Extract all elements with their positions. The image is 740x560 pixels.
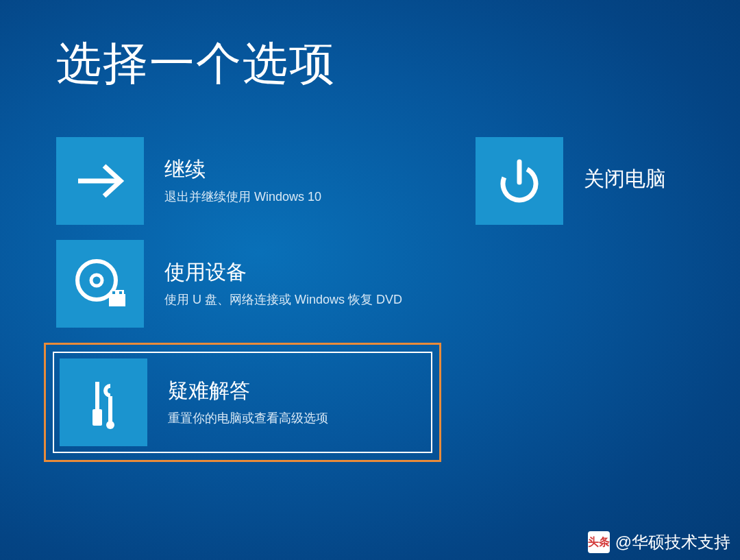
svg-point-2 xyxy=(91,275,102,286)
option-use-device-desc: 使用 U 盘、网络连接或 Windows 恢复 DVD xyxy=(164,291,402,308)
option-shutdown-text: 关闭电脑 xyxy=(563,165,666,197)
svg-rect-8 xyxy=(92,409,102,426)
watermark-handle: @华硕技术支持 xyxy=(615,531,730,553)
watermark: 头条 @华硕技术支持 xyxy=(588,531,730,553)
svg-rect-5 xyxy=(112,291,115,294)
screen-title: 选择一个选项 xyxy=(0,0,740,95)
svg-point-1 xyxy=(77,261,116,300)
svg-rect-6 xyxy=(119,291,122,294)
svg-rect-7 xyxy=(95,382,99,409)
option-continue-text: 继续 退出并继续使用 Windows 10 xyxy=(144,156,321,206)
options-container: 继续 退出并继续使用 Windows 10 使用设备 使用 U 盘、网络连接或 … xyxy=(0,95,740,462)
tools-icon xyxy=(60,358,147,446)
option-continue-desc: 退出并继续使用 Windows 10 xyxy=(164,188,321,206)
option-use-device[interactable]: 使用设备 使用 U 盘、网络连接或 Windows 恢复 DVD xyxy=(56,240,422,328)
option-troubleshoot-highlight: 疑难解答 重置你的电脑或查看高级选项 xyxy=(44,343,441,462)
option-troubleshoot-text: 疑难解答 重置你的电脑或查看高级选项 xyxy=(147,377,328,427)
arrow-right-icon xyxy=(56,137,144,225)
options-column-left: 继续 退出并继续使用 Windows 10 使用设备 使用 U 盘、网络连接或 … xyxy=(56,137,441,462)
option-shutdown-title: 关闭电脑 xyxy=(584,165,666,193)
disc-usb-icon xyxy=(56,240,144,328)
svg-point-10 xyxy=(106,421,114,429)
option-shutdown[interactable]: 关闭电脑 xyxy=(476,137,722,225)
watermark-logo-icon: 头条 xyxy=(588,531,610,553)
option-troubleshoot-desc: 重置你的电脑或查看高级选项 xyxy=(168,409,328,427)
option-use-device-text: 使用设备 使用 U 盘、网络连接或 Windows 恢复 DVD xyxy=(144,258,402,308)
svg-rect-9 xyxy=(108,396,112,422)
option-continue[interactable]: 继续 退出并继续使用 Windows 10 xyxy=(56,137,422,225)
options-column-right: 关闭电脑 xyxy=(476,137,722,462)
option-use-device-title: 使用设备 xyxy=(164,258,402,287)
option-troubleshoot-title: 疑难解答 xyxy=(168,377,328,405)
svg-rect-3 xyxy=(109,294,125,306)
option-continue-title: 继续 xyxy=(164,156,321,184)
power-icon xyxy=(476,137,563,225)
option-troubleshoot[interactable]: 疑难解答 重置你的电脑或查看高级选项 xyxy=(53,352,432,453)
